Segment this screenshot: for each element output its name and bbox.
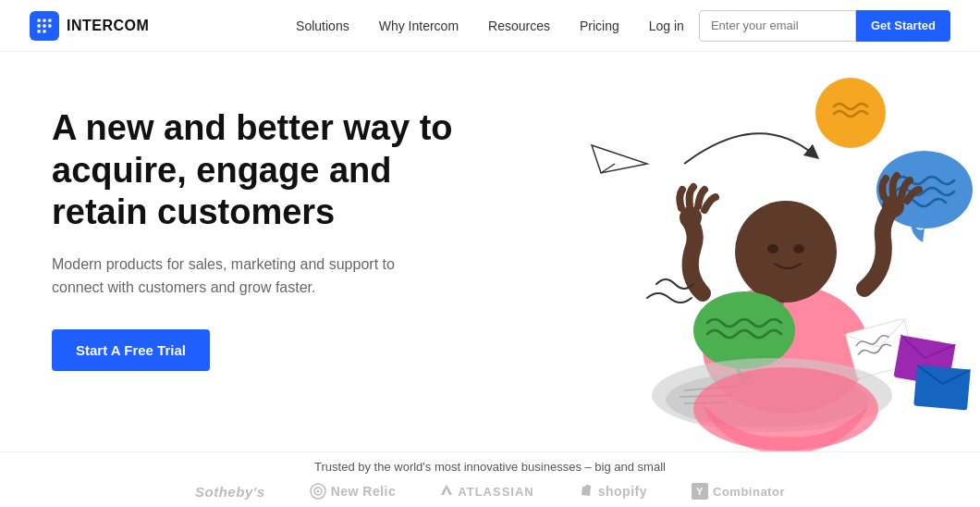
hero-illustration-area xyxy=(481,52,980,451)
svg-rect-0 xyxy=(38,19,41,21)
hero-left: A new and better way to acquire, engage … xyxy=(0,52,481,451)
logos-section: Trusted by the world's most innovative b… xyxy=(0,451,980,507)
svg-rect-7 xyxy=(43,30,45,32)
nav-link-pricing[interactable]: Pricing xyxy=(580,19,619,33)
logo[interactable]: INTERCOM xyxy=(30,11,149,41)
hero-section: A new and better way to acquire, engage … xyxy=(0,52,980,503)
svg-rect-5 xyxy=(48,24,51,27)
svg-point-32 xyxy=(316,490,319,493)
nav-link-why-intercom[interactable]: Why Intercom xyxy=(379,19,459,33)
logo-shopify: shopify xyxy=(579,483,647,500)
y-combinator-icon: Y xyxy=(692,483,708,500)
svg-point-15 xyxy=(793,244,804,254)
atlassian-icon xyxy=(440,483,453,500)
logo-text: INTERCOM xyxy=(67,18,149,34)
trusted-text: Trusted by the world's most innovative b… xyxy=(314,460,666,474)
svg-rect-4 xyxy=(43,24,45,27)
svg-rect-3 xyxy=(38,24,41,27)
hero-heading: A new and better way to acquire, engage … xyxy=(52,107,481,234)
navigation: INTERCOM Solutions Why Intercom Resource… xyxy=(0,0,980,52)
trusted-prefix: Trusted by the world's most innovative b… xyxy=(314,460,584,474)
intercom-logo-svg xyxy=(35,17,54,35)
nav-link-resources[interactable]: Resources xyxy=(488,19,550,33)
new-relic-icon xyxy=(310,483,326,500)
shopify-icon xyxy=(579,483,594,500)
svg-text:Y: Y xyxy=(696,486,704,497)
svg-rect-1 xyxy=(43,19,45,21)
login-link[interactable]: Log in xyxy=(649,19,684,33)
get-started-button[interactable]: Get Started xyxy=(856,10,950,42)
brand-logos: Sotheby's New Relic ATLASSIAN sh xyxy=(195,483,785,500)
logo-y-combinator: Y Combinator xyxy=(692,483,785,500)
svg-rect-23 xyxy=(913,365,971,411)
svg-rect-6 xyxy=(38,30,41,32)
email-input[interactable] xyxy=(699,10,856,42)
svg-point-14 xyxy=(767,244,778,254)
nav-links: Solutions Why Intercom Resources Pricing xyxy=(296,19,619,33)
logo-icon xyxy=(30,11,59,41)
logo-atlassian: ATLASSIAN xyxy=(440,483,533,500)
svg-rect-2 xyxy=(48,19,51,21)
svg-marker-8 xyxy=(592,145,647,173)
logo-new-relic: New Relic xyxy=(310,483,397,500)
trusted-suffix: – big and small xyxy=(585,460,666,474)
svg-point-13 xyxy=(735,201,837,303)
logo-sothebys: Sotheby's xyxy=(195,484,265,500)
hero: A new and better way to acquire, engage … xyxy=(0,52,980,451)
hero-illustration xyxy=(499,52,980,451)
nav-link-solutions[interactable]: Solutions xyxy=(296,19,349,33)
hero-subtext: Modern products for sales, marketing and… xyxy=(52,253,440,300)
start-trial-button[interactable]: Start A Free Trial xyxy=(52,329,210,371)
